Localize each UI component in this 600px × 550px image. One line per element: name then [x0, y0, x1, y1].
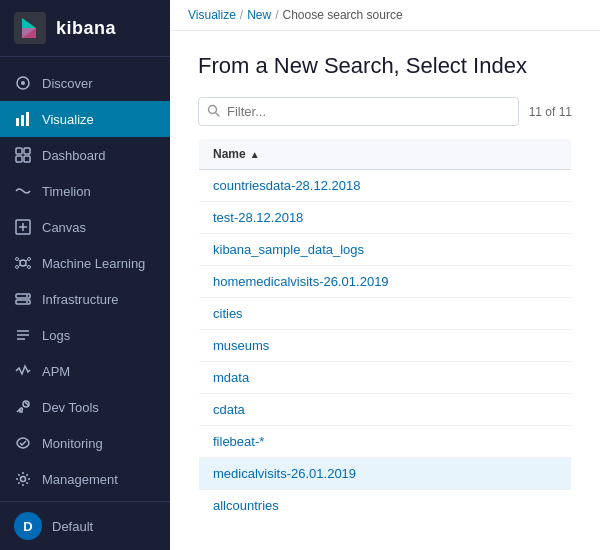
- management-icon: [14, 470, 32, 488]
- apm-icon: [14, 362, 32, 380]
- index-name-cell: countriesdata-28.12.2018: [199, 170, 572, 202]
- index-name-cell: homemedicalvisits-26.01.2019: [199, 266, 572, 298]
- svg-point-13: [20, 260, 26, 266]
- sidebar-item-discover[interactable]: Discover: [0, 65, 170, 101]
- sidebar-item-label: Discover: [42, 76, 93, 91]
- table-row[interactable]: cdata: [199, 394, 572, 426]
- table-row[interactable]: homemedicalvisits-26.01.2019: [199, 266, 572, 298]
- table-row[interactable]: allcountries: [199, 490, 572, 522]
- breadcrumb-visualize[interactable]: Visualize: [188, 8, 236, 22]
- sidebar-item-management[interactable]: Management: [0, 461, 170, 497]
- kibana-logo-icon: [14, 12, 46, 44]
- page-title: From a New Search, Select Index: [198, 53, 572, 79]
- index-name-cell: mdata: [199, 362, 572, 394]
- svg-point-24: [26, 295, 28, 297]
- sidebar-item-label: APM: [42, 364, 70, 379]
- index-name-cell: kibana_sample_data_logs: [199, 234, 572, 266]
- table-row[interactable]: filebeat-*: [199, 426, 572, 458]
- breadcrumb: Visualize / New / Choose search source: [170, 0, 600, 31]
- svg-line-32: [216, 112, 220, 116]
- svg-line-20: [19, 265, 21, 267]
- sidebar-nav: Discover Visualize Dashboard Timelion Ca…: [0, 57, 170, 501]
- table-header-name[interactable]: Name▲: [199, 139, 572, 170]
- user-avatar[interactable]: D: [14, 512, 42, 540]
- table-row[interactable]: medicalvisits-26.01.2019: [199, 458, 572, 490]
- index-name-cell: test-28.12.2018: [199, 202, 572, 234]
- table-row[interactable]: kibana_sample_data_logs: [199, 234, 572, 266]
- sidebar-item-label: Canvas: [42, 220, 86, 235]
- filter-row: 11 of 11: [198, 97, 572, 126]
- sidebar-item-logs[interactable]: Logs: [0, 317, 170, 353]
- sort-arrow-icon: ▲: [250, 149, 260, 160]
- filter-count: 11 of 11: [529, 105, 572, 119]
- svg-rect-7: [24, 148, 30, 154]
- discover-icon: [14, 74, 32, 92]
- sidebar-item-label: Dashboard: [42, 148, 106, 163]
- svg-point-16: [16, 266, 19, 269]
- svg-rect-9: [24, 156, 30, 162]
- index-table: Name▲ countriesdata-28.12.2018test-28.12…: [198, 138, 572, 522]
- sidebar-item-label: Monitoring: [42, 436, 103, 451]
- svg-point-14: [16, 258, 19, 261]
- table-row[interactable]: museums: [199, 330, 572, 362]
- canvas-icon: [14, 218, 32, 236]
- svg-rect-5: [26, 112, 29, 126]
- sidebar-item-dev-tools[interactable]: Dev Tools: [0, 389, 170, 425]
- breadcrumb-sep-2: /: [275, 8, 278, 22]
- index-name-cell: medicalvisits-26.01.2019: [199, 458, 572, 490]
- sidebar-item-machine-learning[interactable]: Machine Learning: [0, 245, 170, 281]
- sidebar-item-apm[interactable]: APM: [0, 353, 170, 389]
- index-name-cell: filebeat-*: [199, 426, 572, 458]
- machine-learning-icon: [14, 254, 32, 272]
- sidebar-item-label: Dev Tools: [42, 400, 99, 415]
- sidebar-item-canvas[interactable]: Canvas: [0, 209, 170, 245]
- timelion-icon: [14, 182, 32, 200]
- search-icon: [207, 104, 220, 120]
- main-content: Visualize / New / Choose search source F…: [170, 0, 600, 550]
- sidebar-logo: kibana: [0, 0, 170, 57]
- sidebar-footer: D Default: [0, 501, 170, 550]
- sidebar-item-label: Machine Learning: [42, 256, 145, 271]
- sidebar-item-label: Visualize: [42, 112, 94, 127]
- table-row[interactable]: mdata: [199, 362, 572, 394]
- svg-line-21: [26, 265, 28, 267]
- index-name-cell: allcountries: [199, 490, 572, 522]
- sidebar-item-dashboard[interactable]: Dashboard: [0, 137, 170, 173]
- table-row[interactable]: countriesdata-28.12.2018: [199, 170, 572, 202]
- dashboard-icon: [14, 146, 32, 164]
- svg-line-18: [19, 260, 21, 262]
- sidebar-item-label: Infrastructure: [42, 292, 119, 307]
- svg-rect-8: [16, 156, 22, 162]
- svg-point-2: [21, 81, 25, 85]
- svg-line-19: [26, 260, 28, 262]
- breadcrumb-current: Choose search source: [283, 8, 403, 22]
- logs-icon: [14, 326, 32, 344]
- index-name-cell: museums: [199, 330, 572, 362]
- sidebar-item-label: Management: [42, 472, 118, 487]
- sidebar-item-visualize[interactable]: Visualize: [0, 101, 170, 137]
- index-name-cell: cdata: [199, 394, 572, 426]
- svg-rect-3: [16, 118, 19, 126]
- index-name-cell: cities: [199, 298, 572, 330]
- sidebar-item-infrastructure[interactable]: Infrastructure: [0, 281, 170, 317]
- filter-input-wrap: [198, 97, 519, 126]
- filter-input[interactable]: [198, 97, 519, 126]
- svg-rect-4: [21, 115, 24, 126]
- svg-point-25: [26, 301, 28, 303]
- sidebar-item-monitoring[interactable]: Monitoring: [0, 425, 170, 461]
- sidebar-item-label: Timelion: [42, 184, 91, 199]
- monitoring-icon: [14, 434, 32, 452]
- breadcrumb-new[interactable]: New: [247, 8, 271, 22]
- visualize-icon: [14, 110, 32, 128]
- svg-point-30: [21, 477, 26, 482]
- infrastructure-icon: [14, 290, 32, 308]
- table-row[interactable]: test-28.12.2018: [199, 202, 572, 234]
- svg-rect-6: [16, 148, 22, 154]
- svg-point-17: [28, 266, 31, 269]
- user-name: Default: [52, 519, 93, 534]
- sidebar-item-timelion[interactable]: Timelion: [0, 173, 170, 209]
- table-row[interactable]: cities: [199, 298, 572, 330]
- app-name: kibana: [56, 18, 116, 39]
- breadcrumb-sep-1: /: [240, 8, 243, 22]
- sidebar-item-label: Logs: [42, 328, 70, 343]
